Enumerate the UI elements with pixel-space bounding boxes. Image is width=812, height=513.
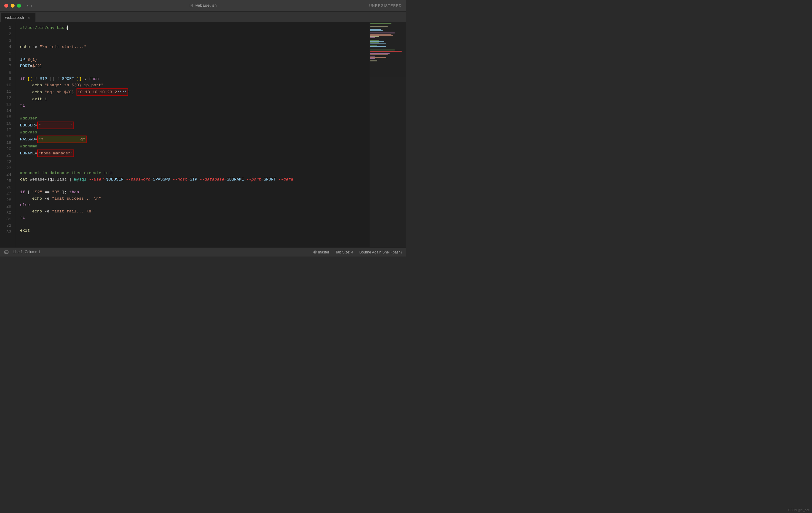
code-line-6: IP = ${1} [20, 56, 406, 63]
code-line-5 [20, 50, 406, 56]
line-number-33: 33 [0, 229, 11, 235]
code-line-21 [20, 157, 406, 163]
line-number-27: 27 [0, 191, 11, 197]
line-number-30: 30 [0, 210, 11, 216]
line-number-20: 20 [0, 146, 11, 152]
line-number-22: 22 [0, 159, 11, 165]
highlight-dbuser: " " [37, 122, 74, 129]
cursor-position: Line 1, Column 1 [13, 250, 40, 254]
code-line-7: PORT = ${2} [20, 63, 406, 69]
svg-rect-4 [5, 251, 8, 253]
maximize-button[interactable] [17, 4, 21, 8]
line-number-1: 1 [0, 25, 11, 31]
line-number-19: 19 [0, 139, 11, 146]
code-line-30: fi [20, 215, 406, 221]
shebang: #!/usr/bin/env bash [20, 25, 67, 31]
code-line-13: fi [20, 102, 406, 109]
code-line-32: exit [20, 227, 406, 234]
line-number-17: 17 [0, 127, 11, 133]
highlight-ip: 10.10.10.10.23 2**** [77, 88, 128, 96]
code-line-33 [20, 234, 406, 240]
highlight-dbname: "node_manager" [37, 150, 74, 157]
code-line-17: #dbPass [20, 129, 406, 136]
code-line-25 [20, 183, 406, 189]
tab-webase[interactable]: webase.sh × [1, 13, 36, 22]
tab-size: Tab Size: 4 [335, 250, 353, 254]
code-line-23: #connect to database then execute init [20, 170, 406, 176]
line-number-21: 21 [0, 152, 11, 159]
tab-close-button[interactable]: × [26, 15, 31, 20]
editor: 1 2 3 4 5 6 7 8 9 10 11 12 13 14 15 16 1… [0, 22, 406, 247]
line-number-6: 6 [0, 56, 11, 63]
statusbar: Line 1, Column 1 Ⓡ master Tab Size: 4 Bo… [0, 247, 406, 256]
line-number-32: 32 [0, 222, 11, 229]
line-number-2: 2 [0, 31, 11, 37]
string-4: "\n init start...." [40, 44, 87, 50]
line-number-28: 28 [0, 197, 11, 203]
code-line-12: exit 1 [20, 96, 406, 102]
line-number-10: 10 [0, 82, 11, 88]
line-number-18: 18 [0, 133, 11, 139]
code-line-2 [20, 31, 406, 37]
statusbar-left: Line 1, Column 1 [4, 250, 40, 254]
line-number-3: 3 [0, 37, 11, 44]
file-icon [189, 4, 194, 8]
statusbar-right: Ⓡ master Tab Size: 4 Bourne Again Shell … [313, 249, 402, 255]
syntax-label: Bourne Again Shell (bash) [359, 250, 402, 254]
forward-arrow[interactable]: › [30, 3, 32, 8]
cursor [67, 26, 68, 30]
code-line-29: echo -e "init fail... \n" [20, 208, 406, 215]
line-number-31: 31 [0, 216, 11, 222]
code-line-26: if [ "$?" == "0" ]; then [20, 189, 406, 195]
line-number-13: 13 [0, 101, 11, 108]
nav-arrows: ‹ › [24, 3, 35, 8]
code-line-28: else [20, 202, 406, 208]
line-number-15: 15 [0, 114, 11, 120]
title-text: webase.sh [195, 3, 216, 8]
code-line-11: echo "eg: sh ${0} 10.10.10.10.23 2****" [20, 88, 406, 96]
line-number-5: 5 [0, 50, 11, 56]
code-line-15: #dbUser [20, 115, 406, 122]
code-line-22 [20, 163, 406, 170]
code-line-31 [20, 221, 406, 227]
line-number-24: 24 [0, 171, 11, 178]
code-line-10: echo "Usage: sh ${0} ip_port" [20, 82, 406, 88]
line-number-9: 9 [0, 76, 11, 82]
code-line-18: PASSWD = "Y g" [20, 136, 406, 143]
code-line-3 [20, 37, 406, 44]
code-editor[interactable]: #!/usr/bin/env bash echo -e "\n init sta… [15, 22, 406, 247]
line-number-26: 26 [0, 184, 11, 191]
git-icon: Ⓡ [313, 249, 317, 255]
minimap-content [370, 22, 406, 63]
code-line-19: #dbName [20, 143, 406, 150]
echo-cmd-4: echo [20, 44, 30, 50]
tabbar: webase.sh × [0, 11, 406, 22]
highlight-passwd: "Y g" [37, 136, 87, 143]
tab-filename: webase.sh [5, 15, 24, 20]
code-line-24: cat webase-sql.list | mysql --user= $DBU… [20, 176, 406, 183]
back-arrow[interactable]: ‹ [26, 3, 29, 8]
traffic-lights [0, 4, 21, 8]
line-number-8: 8 [0, 69, 11, 76]
line-number-14: 14 [0, 108, 11, 114]
code-line-20: DBNAME = "node_manager" [20, 150, 406, 157]
minimize-button[interactable] [11, 4, 14, 8]
code-line-8 [20, 69, 406, 76]
line-number-4: 4 [0, 44, 11, 50]
unregistered-label: UNREGISTERED [369, 4, 402, 8]
line-number-16: 16 [0, 120, 11, 127]
code-line-1: #!/usr/bin/env bash [20, 25, 406, 31]
line-number-7: 7 [0, 63, 11, 69]
line-numbers: 1 2 3 4 5 6 7 8 9 10 11 12 13 14 15 16 1… [0, 22, 15, 247]
code-line-4: echo -e "\n init start...." [20, 44, 406, 50]
line-number-11: 11 [0, 88, 11, 95]
branch-name: master [318, 250, 329, 254]
terminal-icon [4, 250, 8, 254]
window-title: webase.sh [189, 3, 216, 8]
titlebar: ‹ › webase.sh UNREGISTERED [0, 0, 406, 11]
line-number-29: 29 [0, 203, 11, 210]
code-line-14 [20, 109, 406, 115]
close-button[interactable] [4, 4, 8, 8]
code-line-9: if [[ ! $IP || ! $PORT ]] ; then [20, 76, 406, 82]
git-branch: Ⓡ master [313, 249, 329, 255]
